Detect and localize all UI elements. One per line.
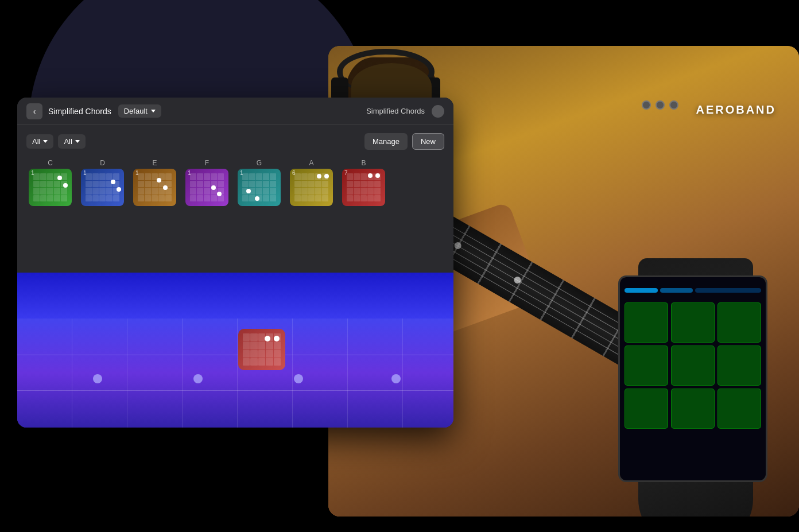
window-title: Simplified Chords	[48, 107, 111, 116]
manage-button[interactable]: Manage	[364, 133, 408, 150]
chord-diagram-b: 7	[342, 169, 385, 206]
seq-dot-3	[294, 374, 303, 383]
chord-note-a: A	[309, 159, 313, 167]
filter-all-2[interactable]: All	[58, 134, 85, 149]
chord-item-f[interactable]: F1	[185, 159, 228, 206]
seq-dot-4	[391, 374, 401, 383]
app-window: ‹ Simplified Chords Default Simplified C…	[17, 98, 453, 428]
chord-item-e[interactable]: E1	[133, 159, 176, 206]
chord-diagram-e: 1	[133, 169, 176, 206]
title-bar: ‹ Simplified Chords Default Simplified C…	[17, 98, 453, 125]
chord-diagram-a: 6	[290, 169, 333, 206]
chord-diagram-f: 1	[185, 169, 228, 206]
chord-diagram-d: 1	[81, 169, 124, 206]
seq-dot-1	[93, 374, 102, 383]
chord-note-e: E	[152, 159, 157, 167]
chord-row: C1D1E1F1G1A6B7	[26, 159, 444, 206]
chord-item-b[interactable]: B7	[342, 159, 385, 206]
chord-item-d[interactable]: D1	[81, 159, 124, 206]
tablet-device	[618, 275, 767, 482]
filter1-arrow-icon	[43, 140, 48, 143]
seq-dot-2	[193, 374, 203, 383]
title-circle	[432, 105, 444, 118]
new-button[interactable]: New	[412, 133, 444, 150]
chord-note-d: D	[100, 159, 105, 167]
chord-item-c[interactable]: C1	[29, 159, 72, 206]
sequencer	[17, 273, 453, 428]
floating-chord[interactable]	[238, 329, 285, 370]
filter-row: All All Manage New	[26, 133, 444, 150]
default-dropdown[interactable]: Default	[118, 104, 161, 118]
chord-diagram-g: 1	[238, 169, 281, 206]
aeroband-logo: AEROBAND	[696, 103, 776, 117]
filter-all-1[interactable]: All	[26, 134, 53, 149]
chord-diagram-c: 1	[29, 169, 72, 206]
chord-item-g[interactable]: G1	[238, 159, 281, 206]
chord-library: All All Manage New C1D1E1F1G1A6B7	[17, 125, 453, 214]
chord-note-c: C	[48, 159, 53, 167]
dropdown-arrow-icon	[151, 110, 156, 112]
center-title: Simplified Chords	[366, 107, 425, 115]
filter2-arrow-icon	[75, 140, 80, 143]
chord-item-a[interactable]: A6	[290, 159, 333, 206]
back-button[interactable]: ‹	[26, 103, 42, 119]
chord-note-g: G	[257, 159, 262, 167]
chord-note-f: F	[205, 159, 209, 167]
chord-note-b: B	[361, 159, 366, 167]
